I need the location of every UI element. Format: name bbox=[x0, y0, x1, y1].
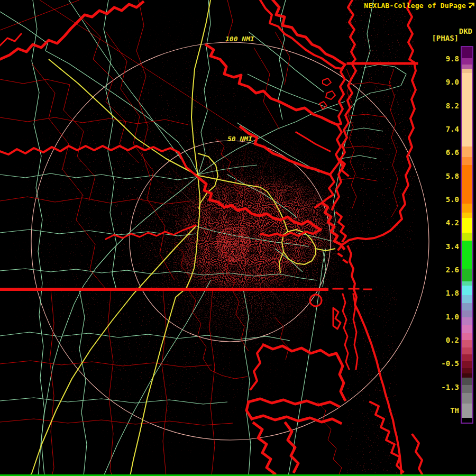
colorbar-segment bbox=[462, 347, 472, 354]
colorbar-segment bbox=[462, 165, 472, 204]
cod-nexlab-logo-icon bbox=[468, 2, 475, 10]
colorbar-segment bbox=[462, 73, 472, 147]
colorbar-segment bbox=[462, 295, 472, 303]
radar-map-canvas: 100 NMI 50 NMI bbox=[0, 0, 476, 476]
product-code-label: DKD bbox=[459, 27, 472, 35]
colorbar-segment bbox=[462, 213, 472, 218]
colorbar bbox=[461, 46, 473, 424]
colorbar-segment bbox=[462, 325, 472, 333]
colorbar-segment bbox=[462, 241, 472, 269]
colorbar-segment bbox=[462, 47, 472, 58]
colorbar-segment bbox=[462, 65, 472, 69]
colorbar-segment bbox=[462, 58, 472, 65]
colorbar-segment bbox=[462, 340, 472, 347]
colorbar-segment bbox=[462, 354, 472, 361]
colorbar-segment bbox=[462, 368, 472, 373]
colorbar-segment bbox=[462, 393, 472, 404]
radar-echo-field bbox=[0, 0, 415, 476]
product-units-label: [PHAS] bbox=[432, 34, 459, 42]
ring-label-50nmi: 50 NMI bbox=[227, 135, 252, 143]
va-nc-line-dashes bbox=[333, 289, 371, 289]
colorbar-segment bbox=[462, 303, 472, 310]
colorbar-segment bbox=[462, 233, 472, 241]
radar-viewport: 100 NMI 50 NMI NEXLAB-College of DuPage … bbox=[0, 0, 476, 476]
brand-text: NEXLAB-College of DuPage bbox=[364, 2, 466, 10]
colorbar-segment bbox=[462, 218, 472, 233]
colorbar-segment bbox=[462, 404, 472, 418]
header-brand: NEXLAB-College of DuPage bbox=[364, 2, 475, 10]
echo-bright-center bbox=[215, 226, 251, 262]
colorbar-segment bbox=[462, 385, 472, 393]
colorbar-segment bbox=[462, 378, 472, 385]
colorbar-segment bbox=[462, 333, 472, 340]
colorbar-segment bbox=[462, 317, 472, 325]
colorbar-segment bbox=[462, 286, 472, 295]
colorbar-segment bbox=[462, 310, 472, 317]
colorbar-segment bbox=[462, 281, 472, 286]
colorbar-segment bbox=[462, 269, 472, 281]
colorbar-segment bbox=[462, 418, 472, 423]
colorbar-segment bbox=[462, 361, 472, 368]
colorbar-segment bbox=[462, 373, 472, 378]
ring-label-100nmi: 100 NMI bbox=[225, 35, 254, 43]
colorbar-segment bbox=[462, 147, 472, 157]
colorbar-segment bbox=[462, 157, 472, 165]
colorbar-segment bbox=[462, 69, 472, 73]
colorbar-segment bbox=[462, 204, 472, 213]
